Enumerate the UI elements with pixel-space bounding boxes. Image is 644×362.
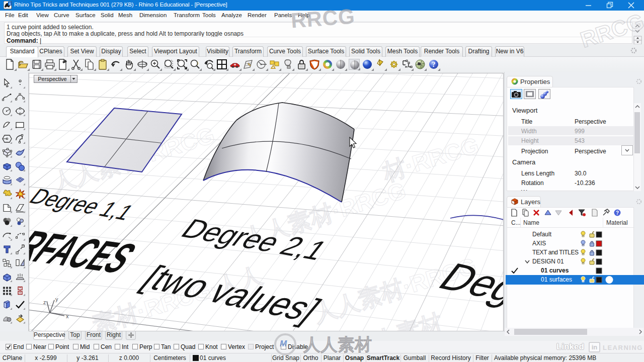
svg-text:x: x xyxy=(66,313,69,319)
svg-text:z: z xyxy=(43,299,46,305)
svg-text:?: ? xyxy=(616,210,619,216)
svg-text:y: y xyxy=(55,296,58,302)
svg-text:6: 6 xyxy=(9,2,11,6)
svg-text:?: ? xyxy=(432,61,436,68)
